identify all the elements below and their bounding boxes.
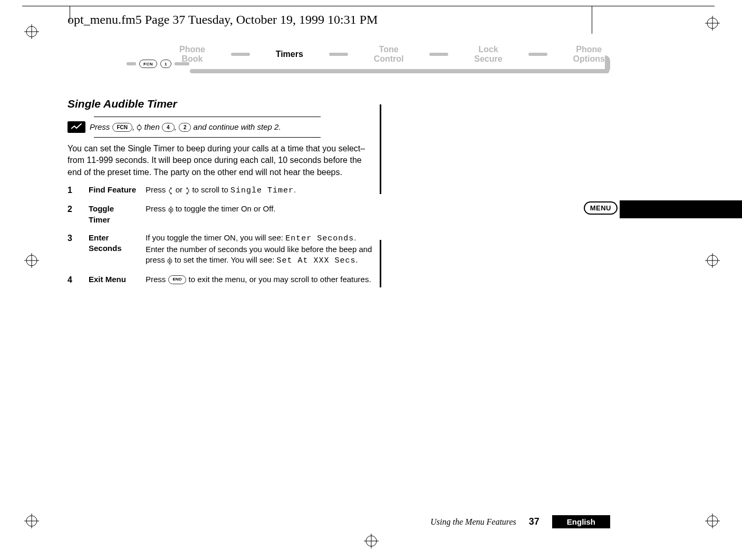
flow-item-label: Secure	[474, 54, 502, 64]
shortcut-text: Press FCN, then 4, 2 and continue with s…	[90, 122, 281, 132]
text: Press	[146, 275, 168, 284]
flow-connector-icon	[528, 53, 547, 56]
flow-item-label: Book	[179, 54, 205, 64]
step-body: If you toggle the timer ON, you will see…	[146, 233, 373, 267]
display-text: Enter Seconds	[285, 234, 354, 243]
select-icon	[168, 206, 174, 213]
text: ,	[132, 122, 137, 131]
step-body: Press to toggle the timer On or Off.	[146, 204, 373, 225]
text: to set the timer. You will see:	[175, 255, 276, 264]
flow-item-tonecontrol: Tone Control	[374, 45, 404, 63]
footer-title: Using the Menu Features	[430, 517, 516, 527]
footer: Using the Menu Features 37 English	[0, 515, 742, 528]
divider	[94, 117, 321, 117]
crop-vline	[70, 6, 70, 22]
step-body: Press or to scroll to Single Timer.	[146, 185, 373, 196]
menu-tab-bar	[620, 200, 742, 218]
shortcut-icon	[68, 121, 85, 133]
registration-mark-icon	[705, 253, 720, 268]
menu-tab-label: MENU	[584, 201, 618, 215]
step-label: Exit Menu	[89, 274, 137, 286]
svg-point-29	[170, 209, 171, 211]
one-key-icon: 1	[160, 60, 171, 68]
select-icon	[167, 257, 172, 264]
two-key-icon: 2	[179, 123, 191, 132]
text: Press	[146, 204, 168, 213]
flow-item-label: Phone	[573, 45, 604, 54]
step-number: 1	[68, 185, 80, 196]
step-number: 3	[68, 233, 80, 267]
header-rule	[22, 6, 715, 6]
step-number: 4	[68, 274, 80, 286]
svg-point-21	[137, 125, 141, 130]
flow-item-label: Lock	[474, 45, 502, 54]
intro-paragraph: You can set the Single Timer to beep dur…	[68, 143, 373, 178]
text: to scroll to	[192, 185, 230, 194]
flow-items: Phone Book Timers Tone Control Lock Secu…	[179, 45, 605, 63]
display-text: Set At XXX Secs	[276, 256, 355, 265]
svg-point-33	[169, 260, 170, 262]
language-label: English	[552, 515, 610, 528]
display-text: Single Timer	[230, 186, 294, 195]
text: Press	[90, 122, 112, 131]
flow-item-timers: Timers	[276, 50, 303, 59]
section-title: Single Audible Timer	[68, 98, 373, 110]
flow-item-label: Tone	[374, 45, 404, 54]
end-key-icon: END	[168, 275, 187, 284]
flow-item-locksecure: Lock Secure	[474, 45, 502, 63]
flow-item-label: Control	[374, 54, 404, 64]
change-bar-icon	[380, 104, 381, 194]
menu-flow: FCN 1 Phone Book Timers Tone Control Loc…	[127, 45, 615, 83]
shortcut-row: Press FCN, then 4, 2 and continue with s…	[68, 121, 373, 133]
text: then	[144, 122, 162, 131]
framemaker-header: opt_menu.fm5 Page 37 Tuesday, October 19…	[68, 13, 378, 27]
content-area: Single Audible Timer Press FCN, then 4, …	[68, 98, 373, 285]
scroll-icon	[137, 124, 142, 131]
registration-mark-icon	[705, 16, 720, 31]
steps-table: 1 Find Feature Press or to scroll to Sin…	[68, 185, 373, 285]
text: ,	[175, 122, 179, 131]
scroll-right-icon	[185, 187, 190, 194]
flow-connector-icon	[329, 53, 348, 56]
flow-underline	[190, 69, 609, 73]
text: or	[176, 185, 185, 194]
divider	[94, 137, 321, 138]
page-number: 37	[529, 516, 539, 527]
text: .	[356, 255, 358, 264]
text: Press	[146, 185, 168, 194]
flow-item-phoneoptions: Phone Options	[573, 45, 604, 63]
text: If you toggle the timer ON, you will see…	[146, 233, 285, 242]
step-number: 2	[68, 204, 80, 225]
flow-connector-icon	[127, 62, 136, 65]
fcn-key-icon: FCN	[112, 123, 133, 132]
registration-mark-icon	[24, 253, 39, 268]
flow-item-label: Options	[573, 54, 604, 64]
step-label: Enter Seconds	[89, 233, 137, 267]
step-label: Find Feature	[89, 185, 137, 196]
text: .	[294, 185, 296, 194]
change-bar-icon	[380, 240, 381, 287]
flow-item-phonebook: Phone Book	[179, 45, 205, 63]
registration-mark-icon	[24, 24, 39, 39]
flow-connector-icon	[429, 53, 448, 56]
flow-item-label: Timers	[276, 50, 303, 59]
registration-mark-icon	[364, 534, 379, 548]
text: to toggle the timer On or Off.	[176, 204, 276, 213]
crop-vline	[592, 6, 592, 34]
flow-item-label: Phone	[179, 45, 205, 54]
text: to exit the menu, or you may scroll to o…	[189, 275, 371, 284]
text: and continue with step 2.	[194, 122, 281, 131]
flow-connector-icon	[231, 53, 250, 56]
scroll-left-icon	[168, 187, 174, 194]
step-body: Press END to exit the menu, or you may s…	[146, 274, 373, 286]
four-key-icon: 4	[162, 123, 175, 132]
fcn-key-icon: FCN	[139, 60, 157, 68]
step-label: Toggle Timer	[89, 204, 137, 225]
